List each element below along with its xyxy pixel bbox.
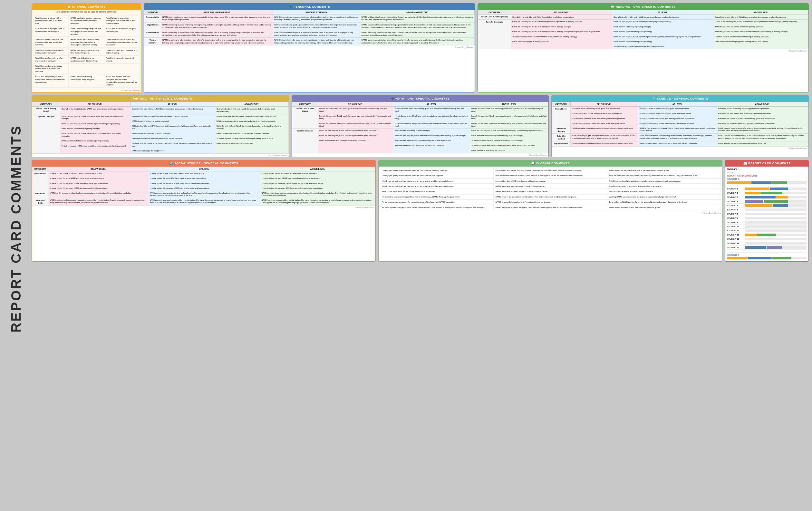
opening-cell: NAME has put forth a lot of effort and f… xyxy=(33,55,69,63)
above-cell: NAME regularly demonstrates inquisitiven… xyxy=(717,142,808,146)
reading-icon: 📖 xyxy=(611,5,614,8)
col-below: BELOW LEVEL xyxy=(48,167,148,171)
opening-cell: NAME consistently participates and is en… xyxy=(69,26,104,37)
opening-subheader: Most personal comments can also be used … xyxy=(32,10,141,14)
at-cell: NAME demonstrates an understanding and a… xyxy=(148,191,260,198)
student-row: STUDENT 8 xyxy=(727,216,807,220)
reading-header: 📖 READING - UNIT SPECIFIC COMMENTS xyxy=(478,4,808,10)
category-cell: Research Skills xyxy=(32,198,48,206)
category-cell: Responsibility xyxy=(144,15,161,23)
at-cell: NAME demonstrates a curious mindset in s… xyxy=(638,142,717,146)
col-above: ABOVE LEVEL xyxy=(713,10,808,15)
strength-cell: NAME takes initiative by being an active… xyxy=(273,38,360,46)
at-cell: Overall in the [unit title] unit, NAME d… xyxy=(612,15,713,20)
science-icon: 🔬 xyxy=(652,97,656,100)
strength-cell: NAME collaborates with peers in a positi… xyxy=(273,30,360,38)
opening-cell: NAME shows great determination whenever … xyxy=(69,37,104,48)
rcc-body: Summary + Outline REPORT CARD COMMENTS S… xyxy=(725,167,808,261)
at-cell: In math this term, NAME was meeting grad… xyxy=(393,106,470,128)
at-cell: In science, NAME is currently meeting gr… xyxy=(638,106,717,126)
table-row: Specific Concepts Within the [unit title… xyxy=(292,128,548,153)
category-cell: Organization xyxy=(144,22,161,30)
col-at: AT LEVEL xyxy=(393,102,470,106)
category-cell: Interest in Science xyxy=(552,126,571,134)
bar-segment xyxy=(766,246,782,249)
rcc-section-label: REPORT CARD COMMENTS xyxy=(727,175,807,177)
category-cell: Overall Level xyxy=(32,171,48,191)
footer-note: © Laura Greer Blossom xyxy=(32,154,289,157)
closing-cell: I'm excited to see what next year/term h… xyxy=(380,194,494,200)
bar-segment xyxy=(770,187,788,190)
above-cell: Overall: In the [unit title] unit, NAME … xyxy=(215,114,288,153)
bar-segment xyxy=(745,192,760,194)
table-row: Research Skills NAME is actively working… xyxy=(32,198,375,206)
science-table: CATEGORY BELOW LEVEL AT LEVEL ABOVE LEVE… xyxy=(552,102,808,147)
footer-note: © Laura Greer Blossom xyxy=(552,147,808,150)
closing-cell: After her hard work this year, NAME has … xyxy=(607,173,721,178)
at-cell: Overall in the [unit title] unit, NAME d… xyxy=(130,106,215,114)
opening-cell: NAME's love of learning is contagious an… xyxy=(104,16,140,26)
science-title: SCIENCE - GENERAL COMMENTS xyxy=(657,97,708,100)
opening-title: OPENING COMMENTS xyxy=(72,5,106,8)
closing-icon: 💬 xyxy=(531,162,535,165)
table-row: Overall Level In science, NAME is curren… xyxy=(552,106,808,126)
opening-cell: NAME has shown strong collaborative skil… xyxy=(69,74,104,88)
table-row: Organization NAME is working towards imp… xyxy=(144,22,475,30)
math-title: MATH - UNIT SPECIFIC COMMENTS xyxy=(396,97,450,100)
category-cell: Overall Level in Reading unit(s) xyxy=(478,15,511,20)
student-row: STUDENT 3 xyxy=(727,195,807,200)
student-row: STUDENT 14 xyxy=(727,241,807,245)
math-header: ➕ MATH - UNIT SPECIFIC COMMENTS xyxy=(292,95,549,102)
below-cell: Within the [unit title] unit, NAME was b… xyxy=(60,114,130,153)
bar-segment xyxy=(748,257,772,259)
improvement-cell: NAME is learning to collaborate more eff… xyxy=(161,30,272,38)
bar-segment xyxy=(760,192,782,194)
improvement-cell: NAME is working to take initiative, more… xyxy=(161,38,272,46)
closing-cell: Best wishes to NAME and her family for a… xyxy=(607,200,721,205)
col-below: BELOW LEVEL xyxy=(511,10,612,15)
student-bar xyxy=(727,181,807,184)
math-panel: ➕ MATH - UNIT SPECIFIC COMMENTS CATEGORY… xyxy=(292,95,549,157)
table-row: Inquisitiveness NAME is working on devel… xyxy=(552,142,808,146)
opening-cell: NAME has learned a lot this term/year an… xyxy=(104,74,140,88)
table-row: Overall Level In social studies, NAME is… xyxy=(32,171,375,191)
col-above: ABOVE LEVEL xyxy=(717,102,808,106)
category-cell: Overall Level in Math Unit(s) xyxy=(292,106,318,128)
closing-cell: As we wrap up this term/year, I'm incred… xyxy=(380,200,494,205)
above-cell: In science, NAME is currently exceeding … xyxy=(717,106,808,126)
opening-cell: NAME arrives at school with a positive a… xyxy=(33,16,69,26)
col-above: ABOVE LEVEL xyxy=(470,102,548,106)
personal-title: PERSONAL COMMENTS xyxy=(294,5,330,8)
table-row: Responsibility NAME is developing a grea… xyxy=(144,15,475,23)
student-row: STUDENT 9 xyxy=(727,220,807,224)
student-label: STUDENT 7 xyxy=(727,213,743,215)
above-cell: Overall in the [unit title] unit, NAME d… xyxy=(713,20,808,49)
below-cell: Overall, in the [unit title] unit, NAME … xyxy=(60,106,130,114)
opening-cell: NAME seems to enjoy school and her posit… xyxy=(104,37,140,48)
student-row: STUDENT 11 xyxy=(727,229,807,233)
main-layout: REPORT CARD COMMENTS 📋 OPENING COMMENTS … xyxy=(3,3,809,454)
student-row: STUDENT 15 xyxy=(727,245,807,250)
footer-note: © Laura Greer Blossom xyxy=(379,211,722,215)
closing-cell: NAME has worked very hard this term and … xyxy=(380,179,494,184)
col-strength: STUDENT STRENGTH xyxy=(273,10,360,15)
at-cell: In social studies, NAME is currently mee… xyxy=(148,171,260,191)
closing-cell: I'm confident that NAME's confidence wil… xyxy=(494,179,607,184)
student-bar xyxy=(727,257,807,259)
at-cell: Within the [unit title] unit, NAME showe… xyxy=(612,20,713,49)
col-at: AT LEVEL xyxy=(130,102,215,106)
closing-cell: I am so proud of NAME and wish her well … xyxy=(607,189,721,194)
student-label: STUDENT 10 xyxy=(727,226,743,228)
social-panel: 🌍 SOCIAL STUDIES - GENERAL COMMENTS CATE… xyxy=(32,160,376,262)
at-cell: NAME demonstrates an understanding of th… xyxy=(638,134,717,142)
col-category: CATEGORY xyxy=(32,167,48,171)
opening-cell: NAME has had a positive impact on our cl… xyxy=(69,16,104,26)
opening-cell xyxy=(69,63,104,74)
student-label: STUDENT 1 xyxy=(727,188,743,190)
col-above: ABOVE AND BEYOND xyxy=(360,10,474,15)
bar-segment xyxy=(751,181,772,184)
personal-panel: 👤 PERSONAL COMMENTS CATEGORY AREA FOR IM… xyxy=(144,3,475,92)
outline-label: Outline xyxy=(727,172,807,173)
opening-cell: NAME was always respectful and kind towa… xyxy=(69,48,104,56)
bar-segment xyxy=(727,181,751,184)
